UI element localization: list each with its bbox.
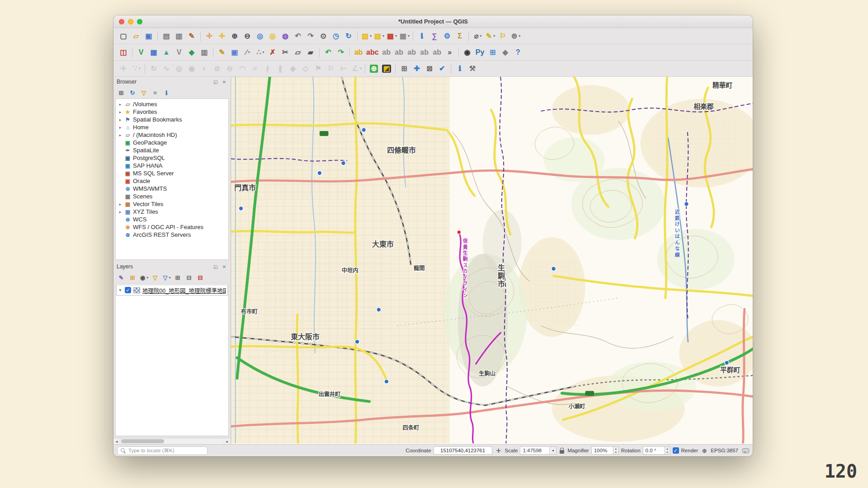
messages-icon[interactable] bbox=[742, 448, 749, 453]
browser-collapse-all-button[interactable]: ≡ bbox=[150, 88, 160, 98]
extent-toggle-icon[interactable]: ✛ bbox=[495, 447, 503, 454]
align-rasters-button[interactable]: ✚ bbox=[411, 62, 423, 75]
browser-add-layers-button[interactable]: ⊞ bbox=[116, 88, 126, 98]
statistical-summary-button[interactable]: ∑ bbox=[429, 30, 440, 42]
save-project-button[interactable]: ▣ bbox=[143, 30, 155, 42]
merge-features-button[interactable]: ◆ bbox=[287, 62, 299, 75]
quickmapservices-button[interactable]: ◩ bbox=[381, 62, 392, 75]
redo-button[interactable]: ↷ bbox=[335, 46, 347, 59]
expand-arrow-icon[interactable]: ▸ bbox=[118, 210, 123, 214]
zoom-last-button[interactable]: ↶ bbox=[292, 30, 304, 42]
panel-float-icon[interactable]: ◱ bbox=[212, 80, 219, 84]
map-canvas[interactable]: 四條畷市門真市大東市東大阪市生駒市精華町相楽郡平群町龍間中垣内出雲井町小瀬町布市… bbox=[231, 77, 753, 444]
metasearch-button[interactable]: ◉ bbox=[462, 46, 473, 59]
options-button[interactable]: ⚙ bbox=[441, 30, 453, 42]
browser-filter-button[interactable]: ▽ bbox=[139, 88, 149, 98]
highlight-labels-button[interactable]: ab bbox=[393, 46, 405, 59]
scroll-left-arrow-icon[interactable]: ◂ bbox=[113, 439, 120, 444]
scale-combo[interactable]: 1:47598 ▾ bbox=[520, 446, 557, 455]
select-features-button[interactable]: ▧▾ bbox=[360, 30, 372, 42]
browser-item-home[interactable]: ▸ ⌂ Home bbox=[116, 123, 228, 131]
scrollbar-track[interactable] bbox=[120, 438, 224, 444]
refresh-map-button[interactable]: ↻ bbox=[343, 30, 354, 42]
layer-labeling-off-button[interactable]: abc bbox=[365, 46, 380, 59]
close-button[interactable] bbox=[119, 19, 124, 24]
help-button[interactable]: ? bbox=[512, 46, 524, 59]
scrollbar-thumb[interactable] bbox=[121, 439, 164, 443]
spinner-arrows-icon[interactable]: ▴▾ bbox=[665, 446, 670, 455]
panel-close-icon[interactable]: ✕ bbox=[221, 80, 227, 84]
identify-features-button[interactable]: ℹ bbox=[416, 30, 428, 42]
zoom-in-button[interactable]: ⊕ bbox=[229, 30, 241, 42]
rotate-feature-button[interactable]: ↻ bbox=[148, 62, 160, 75]
zoom-native-button[interactable]: ⊙ bbox=[317, 30, 329, 42]
annotation-button[interactable]: ✎▾ bbox=[484, 30, 496, 42]
data-source-manager-button[interactable]: ◫ bbox=[118, 46, 129, 59]
zoom-to-layer-button[interactable]: ◍ bbox=[279, 30, 291, 42]
whats-this-button[interactable]: ℹ bbox=[454, 62, 466, 75]
layer-labeling-button[interactable]: ab bbox=[353, 46, 364, 59]
browser-item-arcgis-rest[interactable]: ▸ ⊕ ArcGIS REST Servers bbox=[116, 231, 228, 239]
select-by-expression-button[interactable]: ▨▾ bbox=[373, 30, 385, 42]
undo-button[interactable]: ↶ bbox=[322, 46, 334, 59]
offset-curve-button[interactable]: ◠ bbox=[236, 62, 248, 75]
layer-visibility-checkbox[interactable]: ✓ bbox=[125, 287, 131, 293]
browser-item-macintosh-hd[interactable]: ▸ ▱ / (Macintosh HD) bbox=[116, 131, 228, 139]
browser-item-vector-tiles[interactable]: ▸ ▦ Vector Tiles bbox=[116, 200, 228, 208]
chevron-down-icon[interactable]: ▾ bbox=[549, 447, 556, 454]
pin-labels-button[interactable]: ab bbox=[381, 46, 392, 59]
coordinate-input[interactable] bbox=[434, 446, 492, 455]
panel-close-icon[interactable]: ✕ bbox=[221, 264, 227, 269]
delete-ring-button[interactable]: ⊘ bbox=[211, 62, 223, 75]
measure-button[interactable]: ⌀▾ bbox=[472, 30, 483, 42]
nominatim-search-button[interactable]: ⊚▾ bbox=[509, 30, 521, 42]
zoom-button[interactable] bbox=[137, 19, 142, 24]
python-console-button[interactable]: Py bbox=[474, 46, 486, 59]
rotation-spinbox[interactable]: 0.0 ° ▴▾ bbox=[643, 446, 670, 455]
browser-item-ms-sql-server[interactable]: ▸ ▣ MS SQL Server bbox=[116, 169, 228, 177]
zoom-out-button[interactable]: ⊖ bbox=[241, 30, 253, 42]
open-attribute-table-button[interactable]: ▦▾ bbox=[398, 30, 410, 42]
zoom-full-button[interactable]: ◎ bbox=[254, 30, 266, 42]
new-print-layout-button[interactable]: ▤ bbox=[160, 30, 172, 42]
open-project-button[interactable]: ▱ bbox=[130, 30, 142, 42]
layer-row[interactable]: ▾ ✓ 地理院00_地形図_地理院標準地図 bbox=[117, 285, 227, 295]
field-calculator-button[interactable]: Σ bbox=[454, 30, 466, 42]
flag-start-button[interactable]: ⚑ bbox=[312, 62, 324, 75]
add-ring-button[interactable]: ◎ bbox=[173, 62, 185, 75]
add-part-button[interactable]: ◉ bbox=[186, 62, 198, 75]
grass-tools-button[interactable]: ◈ bbox=[500, 46, 511, 59]
change-label-button[interactable]: ab bbox=[431, 46, 443, 59]
layer-styling-button[interactable]: ✎ bbox=[116, 272, 126, 282]
cut-features-button[interactable]: ✂ bbox=[279, 46, 291, 59]
browser-item-postgresql[interactable]: ▸ ▣ PostgreSQL bbox=[116, 154, 228, 162]
digitize-button[interactable]: ∕▾ bbox=[241, 46, 253, 59]
spinner-arrows-icon[interactable]: ▴▾ bbox=[613, 446, 619, 455]
georeferencer-button[interactable]: ⊠ bbox=[424, 62, 435, 75]
flag-end-button[interactable]: ⚐ bbox=[325, 62, 337, 75]
layer-expand-arrow-icon[interactable]: ▾ bbox=[118, 288, 123, 292]
browser-item-spatialite[interactable]: ▸ ✒ SpatiaLite bbox=[116, 146, 228, 154]
expand-arrow-icon[interactable]: ▸ bbox=[118, 117, 123, 122]
add-raster-layer-button[interactable]: ▦ bbox=[148, 46, 160, 59]
paste-features-button[interactable]: ▰ bbox=[305, 46, 316, 59]
expand-arrow-icon[interactable]: ▸ bbox=[118, 125, 123, 130]
browser-item-scenes[interactable]: ▸ ▦ Scenes bbox=[116, 192, 228, 200]
browser-item-sap-hana[interactable]: ▸ ▣ SAP HANA bbox=[116, 162, 228, 169]
copy-features-button[interactable]: ▱ bbox=[292, 46, 304, 59]
browser-properties-button[interactable]: ℹ bbox=[161, 88, 171, 98]
browser-refresh-button[interactable]: ↻ bbox=[127, 88, 137, 98]
processing-toolbox-button[interactable]: ⊞ bbox=[487, 46, 499, 59]
browser-item-volumes[interactable]: ▸ ▱ /Volumes bbox=[116, 100, 228, 108]
map-themes-button[interactable]: ◉▾ bbox=[139, 272, 149, 282]
toggle-editing-button[interactable]: ✎ bbox=[216, 46, 228, 59]
browser-item-wms-wmts[interactable]: ▸ ⊕ WMS/WMTS bbox=[116, 185, 228, 192]
add-vector-layer-button[interactable]: V bbox=[135, 46, 147, 59]
rotate-label-button[interactable]: ab bbox=[419, 46, 430, 59]
lock-icon[interactable] bbox=[560, 450, 564, 454]
split-features-button[interactable]: ∤ bbox=[262, 62, 274, 75]
new-shapefile-layer-button[interactable]: V bbox=[173, 46, 185, 59]
copy-move-feature-button[interactable]: ∵▾ bbox=[130, 62, 142, 75]
expand-arrow-icon[interactable]: ▸ bbox=[118, 133, 123, 137]
pan-to-selection-button[interactable]: ✛ bbox=[216, 30, 228, 42]
